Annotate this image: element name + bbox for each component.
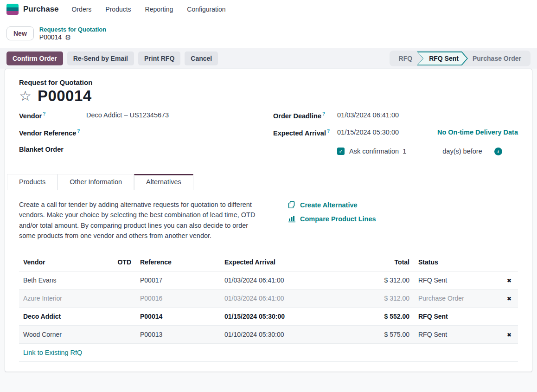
breadcrumb-row: New Requests for Quotation P00014 ⚙ — [0, 19, 537, 48]
record-name: P00014 — [38, 87, 92, 105]
otd-data-link[interactable]: No On-time Delivery Data — [437, 129, 518, 136]
tab-products[interactable]: Products — [7, 174, 58, 190]
breadcrumb-parent-link[interactable]: Requests for Quotation — [39, 26, 106, 33]
tab-other-information[interactable]: Other Information — [58, 174, 134, 190]
new-button[interactable]: New — [6, 26, 34, 40]
header-expected-arrival[interactable]: Expected Arrival — [218, 258, 329, 266]
gear-icon[interactable]: ⚙ — [65, 34, 71, 41]
top-navbar: Purchase Orders Products Reporting Confi… — [0, 0, 537, 19]
compare-product-lines-link[interactable]: Compare Product Lines — [288, 215, 376, 223]
cell-remove: ✖ — [501, 276, 518, 284]
vendor-label: Vendor? — [19, 111, 86, 120]
header-reference[interactable]: Reference — [134, 258, 218, 266]
cell-expected-arrival: 01/03/2024 06:41:00 — [218, 276, 329, 284]
statusbar-step-purchase-order[interactable]: Purchase Order — [465, 55, 529, 62]
cell-reference: P00014 — [134, 313, 218, 320]
copy-icon — [288, 201, 296, 209]
resend-email-button[interactable]: Re-Send by Email — [67, 51, 134, 65]
confirm-order-button[interactable]: Confirm Order — [6, 51, 63, 65]
menu-configuration[interactable]: Configuration — [186, 4, 226, 15]
info-icon[interactable]: i — [494, 148, 502, 155]
alternatives-table: Vendor OTD Reference Expected Arrival To… — [19, 253, 518, 362]
cancel-button[interactable]: Cancel — [185, 51, 218, 65]
cell-reference: P00017 — [134, 276, 218, 284]
statusbar-step-rfq-sent-label: RFQ Sent — [417, 55, 468, 62]
statusbar-step-rfq[interactable]: RFQ — [391, 55, 420, 62]
order-deadline-help-icon[interactable]: ? — [322, 111, 325, 116]
favorite-star-icon[interactable]: ☆ — [19, 89, 32, 103]
record-type-label: Request for Quotation — [19, 78, 523, 86]
statusbar-step-rfq-sent[interactable]: RFQ Sent RFQ Sent — [417, 51, 468, 65]
cell-reference: P00013 — [134, 331, 218, 338]
cell-vendor: Beth Evans — [19, 276, 108, 284]
statusbar: RFQ RFQ Sent RFQ Sent Purchase Order — [390, 51, 531, 66]
alternatives-table-header: Vendor OTD Reference Expected Arrival To… — [19, 253, 518, 271]
alternative-row[interactable]: Azure InteriorP0001601/03/2024 06:41:00$… — [19, 289, 518, 308]
expected-arrival-help-icon[interactable]: ? — [327, 129, 330, 134]
menu-products[interactable]: Products — [104, 4, 132, 15]
cell-status: RFQ Sent — [412, 276, 501, 284]
days-before-label: day(s) before — [442, 148, 482, 155]
bar-chart-icon — [288, 215, 296, 223]
print-rfq-button[interactable]: Print RFQ — [138, 51, 180, 65]
alternatives-description: Create a call for tender by adding alter… — [19, 199, 266, 241]
remove-alternative-icon[interactable]: ✖ — [507, 277, 511, 284]
cell-total: $ 312.00 — [329, 295, 412, 302]
order-deadline-label: Order Deadline? — [273, 111, 337, 120]
cell-vendor: Azure Interior — [19, 295, 108, 302]
ask-confirmation-checkbox[interactable]: ✓ — [337, 148, 345, 155]
expected-arrival-field[interactable]: 01/15/2024 05:30:00 — [337, 129, 399, 136]
header-vendor[interactable]: Vendor — [19, 258, 108, 266]
cell-expected-arrival: 01/10/2024 05:30:00 — [218, 331, 329, 338]
cell-reference: P00016 — [134, 295, 218, 302]
cell-total: $ 575.00 — [329, 331, 412, 338]
expected-arrival-label: Expected Arrival? — [273, 129, 337, 137]
alternatives-table-body: Beth EvansP0001701/03/2024 06:41:00$ 312… — [19, 271, 518, 344]
cell-remove: ✖ — [501, 295, 518, 302]
notebook-tabs: Products Other Information Alternatives — [5, 174, 532, 190]
create-alternative-link[interactable]: Create Alternative — [288, 201, 376, 209]
vendor-reference-help-icon[interactable]: ? — [77, 129, 80, 134]
cell-vendor: Wood Corner — [19, 331, 108, 338]
cell-vendor: Deco Addict — [19, 313, 108, 320]
cell-status: RFQ Sent — [412, 331, 501, 338]
cell-status: RFQ Sent — [412, 313, 501, 320]
vendor-reference-label: Vendor Reference? — [19, 129, 86, 137]
vendor-field[interactable]: Deco Addict – US12345673 — [86, 111, 169, 119]
cell-expected-arrival: 01/03/2024 06:41:00 — [218, 295, 329, 302]
vendor-help-icon[interactable]: ? — [43, 111, 45, 116]
ask-confirmation-label: Ask confirmation — [349, 148, 399, 155]
alternative-row[interactable]: Deco AddictP0001401/15/2024 05:30:00$ 55… — [19, 308, 518, 326]
confirmation-days-field[interactable]: 1 — [403, 148, 406, 155]
header-status[interactable]: Status — [412, 258, 501, 266]
check-icon: ✓ — [339, 148, 343, 154]
menu-orders[interactable]: Orders — [71, 4, 93, 15]
cell-remove: ✖ — [501, 331, 518, 338]
alternative-row[interactable]: Beth EvansP0001701/03/2024 06:41:00$ 312… — [19, 271, 518, 289]
purchase-app-icon — [6, 4, 19, 15]
alternative-row[interactable]: Wood CornerP0001301/10/2024 05:30:00$ 57… — [19, 326, 518, 344]
order-deadline-field[interactable]: 01/03/2024 06:41:00 — [337, 111, 399, 119]
cell-expected-arrival: 01/15/2024 05:30:00 — [218, 313, 329, 320]
app-switcher[interactable]: Purchase — [6, 4, 59, 15]
remove-alternative-icon[interactable]: ✖ — [507, 296, 511, 302]
sheet-background: Request for Quotation ☆ P00014 Vendor? D… — [0, 69, 537, 392]
breadcrumb: Requests for Quotation P00014 ⚙ — [39, 26, 106, 41]
menu-reporting[interactable]: Reporting — [144, 4, 174, 15]
app-name[interactable]: Purchase — [23, 5, 59, 14]
cell-total: $ 312.00 — [329, 276, 412, 284]
control-strip: Confirm Order Re-Send by Email Print RFQ… — [0, 48, 537, 69]
link-to-existing-rfq-row: Link to Existing RfQ — [19, 344, 518, 362]
blanket-order-label: Blanket Order — [19, 146, 86, 153]
tab-alternatives[interactable]: Alternatives — [134, 174, 193, 190]
header-otd[interactable]: OTD — [108, 258, 134, 266]
cell-status: Purchase Order — [412, 295, 501, 302]
link-to-existing-rfq[interactable]: Link to Existing RfQ — [23, 349, 82, 356]
header-total[interactable]: Total — [329, 258, 412, 266]
breadcrumb-current: P00014 — [39, 33, 62, 41]
fields-area: Vendor? Deco Addict – US12345673 Vendor … — [19, 111, 523, 163]
form-sheet: Request for Quotation ☆ P00014 Vendor? D… — [5, 69, 532, 372]
remove-alternative-icon[interactable]: ✖ — [507, 332, 511, 338]
cell-total: $ 552.00 — [329, 313, 412, 320]
